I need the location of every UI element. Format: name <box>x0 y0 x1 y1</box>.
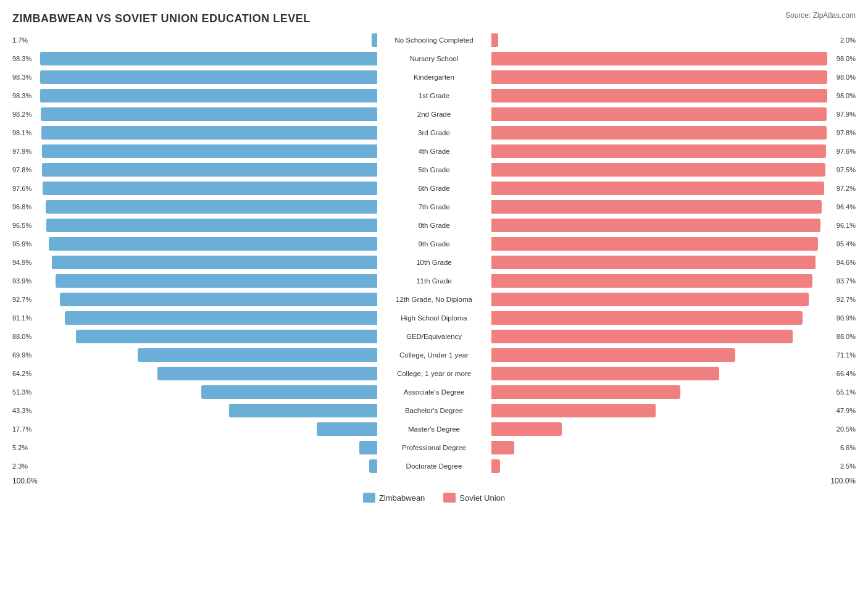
row-label: Doctorate Degree <box>377 462 491 470</box>
right-bar <box>491 348 735 362</box>
row-label: Professional Degree <box>377 444 491 451</box>
right-value: 92.7% <box>837 296 856 303</box>
chart-row: 96.8% 7th Grade 96.4% <box>12 198 856 215</box>
right-bar-container: 47.9% <box>491 404 856 417</box>
right-bar <box>491 200 822 214</box>
right-value: 98.0% <box>837 92 856 99</box>
chart-row: 92.7% 12th Grade, No Diploma 92.7% <box>12 291 856 307</box>
row-label: Associate's Degree <box>377 388 491 396</box>
left-value: 17.7% <box>12 425 31 433</box>
right-value: 2.0% <box>840 36 856 44</box>
right-bar <box>491 70 827 84</box>
legend-item-soviet: Soviet Union <box>443 493 505 503</box>
left-value: 95.9% <box>12 240 31 248</box>
left-bar <box>138 348 377 362</box>
row-label: College, 1 year or more <box>377 370 491 377</box>
right-bar <box>491 293 809 306</box>
left-bar-container: 5.2% <box>12 441 377 454</box>
right-bar <box>491 89 827 102</box>
row-label: Kindergarten <box>377 73 491 81</box>
chart-row: 98.3% 1st Grade 98.0% <box>12 87 856 104</box>
right-value: 98.0% <box>837 55 856 62</box>
left-bar <box>229 404 377 417</box>
left-bar-container: 51.3% <box>12 385 377 399</box>
left-bar-container: 98.3% <box>12 70 377 84</box>
right-value: 71.1% <box>837 351 856 359</box>
left-value: 97.9% <box>12 148 31 155</box>
chart-container: Zimbabwean vs Soviet Union Education Lev… <box>0 0 868 602</box>
left-bar <box>56 274 377 288</box>
right-bar <box>491 33 498 47</box>
left-value: 98.3% <box>12 92 31 99</box>
left-value: 94.9% <box>12 259 31 266</box>
right-value: 95.4% <box>837 240 856 248</box>
left-bar <box>60 293 377 306</box>
right-bar-container: 93.7% <box>491 274 856 288</box>
left-bar <box>46 200 377 214</box>
row-label: High School Diploma <box>377 314 491 322</box>
legend: Zimbabwean Soviet Union <box>12 493 856 503</box>
right-bar-container: 92.7% <box>491 293 856 306</box>
right-value: 20.5% <box>837 425 856 433</box>
chart-title: Zimbabwean vs Soviet Union Education Lev… <box>12 12 856 25</box>
right-bar-container: 55.1% <box>491 385 856 399</box>
right-value: 97.8% <box>837 129 856 136</box>
left-bar-container: 94.9% <box>12 256 377 269</box>
left-bar-container: 1.7% <box>12 33 377 47</box>
chart-row: 17.7% Master's Degree 20.5% <box>12 420 856 437</box>
left-value: 98.1% <box>12 129 31 136</box>
right-bar-container: 97.9% <box>491 107 856 121</box>
row-label: 3rd Grade <box>377 129 491 136</box>
left-bar-container: 2.3% <box>12 459 377 473</box>
legend-item-zimbabwean: Zimbabwean <box>363 493 425 503</box>
right-value: 88.0% <box>837 333 856 340</box>
left-bar <box>369 459 377 473</box>
legend-color-soviet <box>443 493 456 503</box>
right-bar-container: 96.4% <box>491 200 856 214</box>
right-bar-container: 90.9% <box>491 311 856 325</box>
chart-area: 1.7% No Schooling Completed 2.0% 98.3% N… <box>12 31 856 474</box>
chart-row: 96.5% 8th Grade 96.1% <box>12 217 856 233</box>
chart-row: 88.0% GED/Equivalency 88.0% <box>12 328 856 345</box>
row-label: 10th Grade <box>377 259 491 266</box>
left-value: 51.3% <box>12 388 31 396</box>
left-bar-container: 98.1% <box>12 126 377 140</box>
left-value: 96.8% <box>12 203 31 211</box>
chart-row: 1.7% No Schooling Completed 2.0% <box>12 31 856 48</box>
right-value: 66.4% <box>837 370 856 377</box>
left-bar-container: 96.5% <box>12 219 377 232</box>
right-value: 2.5% <box>840 462 856 470</box>
left-bar <box>201 385 377 399</box>
left-bar <box>65 311 377 325</box>
left-bar-container: 69.9% <box>12 348 377 362</box>
row-label: 4th Grade <box>377 148 491 155</box>
chart-row: 98.2% 2nd Grade 97.9% <box>12 106 856 122</box>
right-value: 47.9% <box>837 407 856 414</box>
left-bar <box>52 256 377 269</box>
left-bar <box>41 107 377 121</box>
right-bar-container: 20.5% <box>491 422 856 436</box>
chart-row: 97.6% 6th Grade 97.2% <box>12 180 856 196</box>
right-bar <box>491 404 656 417</box>
left-bar <box>42 144 377 158</box>
right-bar <box>491 107 827 121</box>
right-value: 96.1% <box>837 222 856 229</box>
right-bar <box>491 144 826 158</box>
chart-row: 94.9% 10th Grade 94.6% <box>12 254 856 270</box>
right-bar <box>491 330 793 343</box>
right-bar-container: 88.0% <box>491 330 856 343</box>
right-bar <box>491 441 514 454</box>
right-bar-container: 98.0% <box>491 70 856 84</box>
right-value: 93.7% <box>837 277 856 285</box>
right-bar-container: 94.6% <box>491 256 856 269</box>
left-bar-container: 95.9% <box>12 237 377 251</box>
row-label: GED/Equivalency <box>377 333 491 340</box>
right-bar-container: 97.6% <box>491 144 856 158</box>
left-bar-container: 97.8% <box>12 163 377 177</box>
left-value: 98.3% <box>12 55 31 62</box>
right-value: 6.6% <box>840 444 856 451</box>
left-bar <box>41 126 377 140</box>
right-bar <box>491 256 816 269</box>
left-value: 91.1% <box>12 314 31 322</box>
row-label: 7th Grade <box>377 203 491 211</box>
